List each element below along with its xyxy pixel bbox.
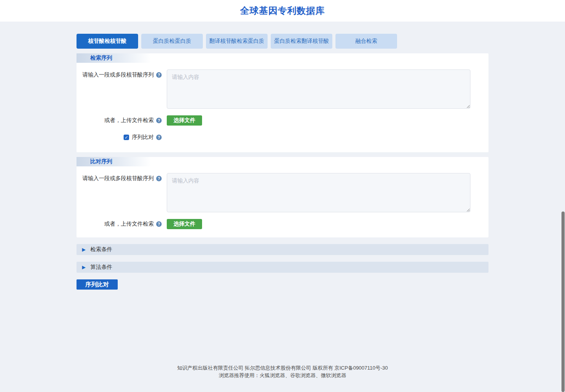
align-sequence-card: 比对序列 请输入一段或多段核苷酸序列 ? 或者，上传文件检索 ? 选择文件 — [77, 157, 488, 237]
tab-protein-vs-protein[interactable]: 蛋白质检蛋白质 — [141, 34, 203, 49]
search-upload-label-col: 或者，上传文件检索 ? — [77, 117, 162, 124]
search-choose-file-button[interactable]: 选择文件 — [167, 115, 202, 126]
search-upload-label: 或者，上传文件检索 — [104, 117, 154, 124]
search-sequence-textarea[interactable] — [167, 69, 470, 109]
tab-nucleotide-vs-nucleotide[interactable]: 核苷酸检核苷酸 — [77, 34, 138, 49]
align-checkbox-row: ✓ 序列比对 ? — [77, 134, 488, 141]
search-sequence-card: 检索序列 请输入一段或多段核苷酸序列 ? 或者，上传文件检索 ? 选择文件 ✓ … — [77, 53, 488, 152]
search-sequence-label: 请输入一段或多段核苷酸序列 — [82, 71, 154, 78]
collapse-section-search-conditions[interactable]: ▶ 检索条件 — [77, 244, 488, 255]
align-sequence-textarea[interactable] — [167, 173, 470, 212]
collapse-label: 算法条件 — [90, 264, 112, 271]
help-icon[interactable]: ? — [156, 118, 162, 123]
section-header-align-sequence: 比对序列 — [77, 157, 151, 166]
align-checkbox-label: 序列比对 — [132, 134, 154, 141]
search-sequence-row: 请输入一段或多段核苷酸序列 ? — [77, 69, 488, 109]
footer-browser-recommendation: 浏览器推荐使用：火狐浏览器、谷歌浏览器、微软浏览器 — [0, 372, 565, 379]
help-icon[interactable]: ? — [156, 72, 162, 78]
align-sequence-label-col: 请输入一段或多段核苷酸序列 ? — [77, 173, 162, 182]
tab-bar: 核苷酸检核苷酸 蛋白质检蛋白质 翻译核苷酸检索蛋白质 蛋白质检索翻译核苷酸 融合… — [77, 34, 488, 49]
page-footer: 知识产权出版社有限责任公司 拓尔思信息技术股份有限公司 版权所有 京ICP备09… — [0, 364, 565, 379]
sequence-align-submit-button[interactable]: 序列比对 — [77, 279, 118, 290]
collapse-label: 检索条件 — [90, 246, 112, 253]
section-header-search-sequence: 检索序列 — [77, 53, 151, 63]
align-sequence-label: 请输入一段或多段核苷酸序列 — [82, 175, 154, 182]
align-upload-label-col: 或者，上传文件检索 ? — [77, 221, 162, 228]
align-choose-file-button[interactable]: 选择文件 — [167, 219, 202, 229]
chevron-right-icon: ▶ — [82, 265, 86, 270]
vertical-scrollbar-thumb[interactable] — [561, 211, 565, 392]
tab-fusion-search[interactable]: 融合检索 — [335, 34, 397, 49]
collapse-section-algorithm-conditions[interactable]: ▶ 算法条件 — [77, 262, 488, 273]
align-upload-label: 或者，上传文件检索 — [104, 221, 154, 228]
search-upload-row: 或者，上传文件检索 ? 选择文件 — [77, 115, 488, 126]
section-title: 检索序列 — [90, 55, 112, 62]
align-checkbox-col: ✓ 序列比对 ? — [77, 134, 162, 141]
page-title: 全球基因专利数据库 — [240, 5, 325, 17]
align-sequence-row: 请输入一段或多段核苷酸序列 ? — [77, 173, 488, 212]
help-icon[interactable]: ? — [156, 176, 162, 181]
footer-copyright: 知识产权出版社有限责任公司 拓尔思信息技术股份有限公司 版权所有 京ICP备09… — [0, 364, 565, 372]
app-header: 全球基因专利数据库 — [0, 0, 565, 22]
tab-protein-vs-translated-nucleotide[interactable]: 蛋白质检索翻译核苷酸 — [271, 34, 332, 49]
section-title: 比对序列 — [90, 158, 112, 165]
search-sequence-label-col: 请输入一段或多段核苷酸序列 ? — [77, 69, 162, 78]
main-content: 核苷酸检核苷酸 蛋白质检蛋白质 翻译核苷酸检索蛋白质 蛋白质检索翻译核苷酸 融合… — [77, 22, 488, 290]
chevron-right-icon: ▶ — [82, 247, 86, 252]
help-icon[interactable]: ? — [156, 135, 162, 140]
help-icon[interactable]: ? — [156, 221, 162, 227]
sequence-align-checkbox[interactable]: ✓ — [124, 135, 129, 140]
tab-translated-nucleotide-vs-protein[interactable]: 翻译核苷酸检索蛋白质 — [206, 34, 268, 49]
align-upload-row: 或者，上传文件检索 ? 选择文件 — [77, 219, 488, 229]
